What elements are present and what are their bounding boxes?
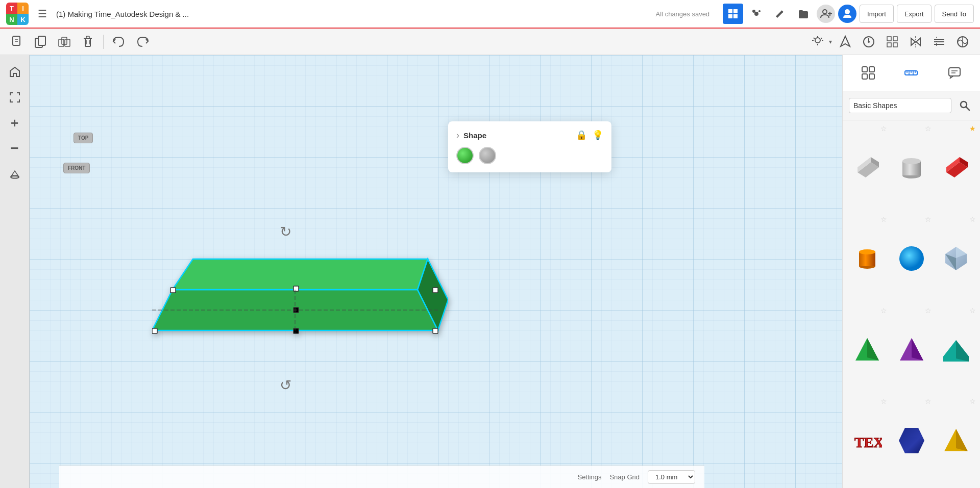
pointer-tool-button[interactable] [835, 32, 855, 52]
shapes-category-select[interactable]: Basic Shapes Featured Shapes Letters Num… [849, 98, 951, 113]
star-pyramid-teal[interactable]: ☆ [969, 306, 976, 315]
svg-rect-2 [728, 14, 732, 18]
shape-item-pyramid-teal[interactable]: ☆ [934, 304, 978, 395]
star-sphere-blue[interactable]: ☆ [925, 215, 932, 223]
comment-icon-button[interactable] [942, 60, 967, 86]
star-gem-blue[interactable]: ☆ [969, 215, 976, 223]
star-pyramid-purple[interactable]: ☆ [925, 306, 932, 315]
grid-tool-button[interactable] [882, 32, 902, 52]
new-button[interactable] [7, 32, 28, 52]
perspective-button[interactable] [4, 163, 26, 185]
search-shapes-button[interactable] [955, 96, 974, 115]
svg-point-25 [815, 38, 820, 43]
shape-item-pyramid-yellow[interactable]: ☆ [934, 395, 978, 486]
svg-rect-19 [65, 39, 70, 46]
star-box-grey[interactable]: ☆ [880, 124, 887, 133]
svg-rect-64 [862, 74, 867, 79]
svg-marker-51 [173, 259, 428, 290]
snap-grid-select[interactable]: 1.0 mm 0.5 mm 0.25 mm 2.0 mm [648, 470, 695, 484]
shape-item-pyramid-green[interactable]: ☆ [845, 304, 889, 395]
fit-view-button[interactable] [4, 87, 26, 108]
edit-button[interactable] [770, 4, 790, 24]
rotate-handle-top[interactable]: ↻ [280, 223, 291, 240]
shape-item-pyramid-purple[interactable]: ☆ [889, 304, 934, 395]
shape-cylinder-grey-img [895, 151, 928, 184]
hole-color-swatch[interactable] [479, 147, 496, 164]
solid-color-swatch[interactable] [456, 147, 474, 164]
canvas[interactable]: TOP FRONT ↻ ↺ [30, 55, 842, 488]
shape-text-img: TEXT [851, 424, 884, 457]
svg-point-5 [754, 12, 758, 16]
copy-button[interactable] [31, 32, 51, 52]
hamburger-button[interactable]: ☰ [34, 6, 51, 22]
shape-panel-chevron[interactable]: › [456, 130, 459, 141]
shape-item-box-red[interactable]: ★ [934, 122, 978, 213]
home-view-button[interactable] [4, 61, 26, 83]
star-pyramid-yellow[interactable]: ☆ [969, 397, 976, 405]
zoom-out-button[interactable]: − [4, 138, 26, 159]
snap-grid-label: Snap Grid [609, 473, 640, 481]
light-dropdown-arrow[interactable]: ▾ [829, 38, 832, 45]
svg-rect-63 [869, 67, 874, 72]
toolbar-divider-1 [103, 35, 104, 49]
undo-button[interactable] [109, 32, 129, 52]
right-top-icons [843, 55, 980, 91]
star-box-red[interactable]: ★ [969, 124, 976, 133]
folder-button[interactable] [793, 4, 814, 24]
lock-icon[interactable]: 🔒 [576, 130, 587, 141]
star-gem-navy[interactable]: ☆ [925, 397, 932, 405]
align-button[interactable] [929, 32, 949, 52]
top-bar: T I N K ☰ (1) Making Time_Autodesk Desig… [0, 0, 980, 29]
measure-button[interactable] [859, 32, 879, 52]
view-cube-front[interactable]: FRONT [63, 163, 90, 173]
svg-rect-53 [170, 288, 176, 293]
export-button[interactable]: Export [897, 5, 932, 23]
star-cylinder-orange[interactable]: ☆ [880, 215, 887, 223]
bulb-icon[interactable]: 💡 [592, 130, 603, 141]
light-dropdown: ▾ [807, 32, 832, 52]
tinkercad-logo[interactable]: T I N K [6, 3, 29, 25]
svg-rect-16 [38, 36, 45, 45]
selected-object[interactable]: ↻ ↺ [152, 249, 448, 363]
project-title: (1) Making Time_Autodesk Design & ... [56, 10, 189, 18]
user-avatar[interactable] [838, 5, 856, 23]
settings-label[interactable]: Settings [577, 473, 601, 481]
shape-panel-icons: 🔒 💡 [576, 130, 603, 141]
shape-color-row [456, 147, 603, 164]
zoom-in-button[interactable]: + [4, 112, 26, 134]
svg-rect-37 [887, 43, 891, 47]
light-button[interactable] [807, 32, 828, 52]
community-button[interactable] [952, 32, 973, 52]
import-button[interactable]: Import [860, 5, 894, 23]
svg-rect-55 [152, 328, 157, 333]
star-cylinder-grey[interactable]: ☆ [925, 124, 932, 133]
sendto-button[interactable]: Send To [935, 5, 974, 23]
shape-item-cylinder-orange[interactable]: ☆ [845, 213, 889, 304]
view-cube-top[interactable]: TOP [74, 133, 93, 143]
add-user-button[interactable] [817, 5, 835, 23]
redo-button[interactable] [132, 32, 153, 52]
grid-view-icon-button[interactable] [855, 60, 881, 86]
view-cube[interactable]: TOP FRONT [63, 133, 108, 173]
mirror-button[interactable] [905, 32, 926, 52]
shapes-dropdown-row: Basic Shapes Featured Shapes Letters Num… [843, 91, 980, 120]
grid-view-button[interactable] [723, 4, 743, 24]
shape-item-box-grey[interactable]: ☆ [845, 122, 889, 213]
shapes-grid: ☆ ☆ [843, 120, 980, 488]
shape-item-text[interactable]: ☆ TEXT [845, 395, 889, 486]
ruler-icon-button[interactable] [898, 60, 924, 86]
star-pyramid-green[interactable]: ☆ [880, 306, 887, 315]
shape-item-gem-blue[interactable]: ☆ [934, 213, 978, 304]
multi-copy-button[interactable] [54, 32, 75, 52]
svg-rect-36 [893, 37, 897, 41]
shape-item-gem-navy[interactable]: ☆ [889, 395, 934, 486]
delete-button[interactable] [78, 32, 98, 52]
shape-item-cylinder-grey[interactable]: ☆ [889, 122, 934, 213]
svg-line-28 [814, 38, 815, 39]
rotate-handle-bottom[interactable]: ↺ [280, 377, 291, 394]
svg-text:TEXT: TEXT [854, 434, 882, 450]
shape-item-sphere-blue[interactable]: ☆ [889, 213, 934, 304]
gallery-button[interactable] [746, 4, 767, 24]
star-text[interactable]: ☆ [880, 397, 887, 405]
selected-box-3d [152, 249, 448, 361]
